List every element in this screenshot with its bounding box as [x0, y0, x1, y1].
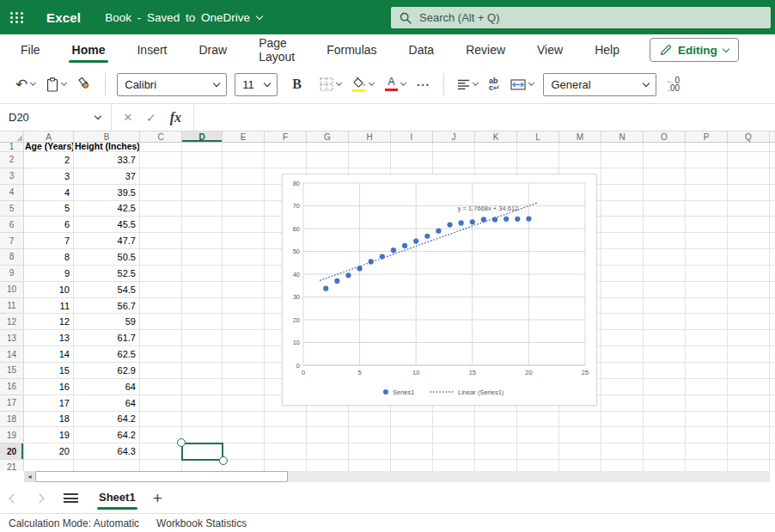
cell-A16[interactable]: 16: [24, 379, 74, 395]
cell-Q2[interactable]: [728, 152, 770, 168]
cell-A8[interactable]: 8: [24, 249, 74, 266]
chevron-down-icon[interactable]: [528, 80, 534, 86]
cell-J21[interactable]: [433, 460, 475, 471]
calculation-mode-button[interactable]: Calculation Mode: Automatic: [0, 514, 148, 532]
cell-x2[interactable]: [770, 152, 775, 168]
confirm-icon[interactable]: ✓: [146, 111, 156, 125]
column-header-E[interactable]: E: [223, 131, 265, 143]
cell-F1[interactable]: [265, 143, 307, 152]
column-header-L[interactable]: L: [517, 131, 559, 143]
cell-Q7[interactable]: [728, 233, 770, 249]
cell-C4[interactable]: [140, 185, 182, 201]
column-header-H[interactable]: H: [349, 131, 391, 143]
cell-C8[interactable]: [140, 249, 182, 266]
cell-N18[interactable]: [601, 412, 644, 428]
cell-E3[interactable]: [223, 168, 265, 185]
cell-x19[interactable]: [770, 427, 775, 443]
cell-P4[interactable]: [686, 185, 728, 201]
cell-D11[interactable]: [182, 298, 223, 315]
tab-help[interactable]: Help: [593, 34, 621, 65]
cell-K21[interactable]: [475, 460, 517, 471]
row-header-15[interactable]: 15: [0, 363, 24, 379]
cell-F18[interactable]: [265, 412, 307, 428]
row-header-1[interactable]: 1: [0, 143, 24, 152]
row-header-16[interactable]: 16: [0, 379, 24, 395]
cell-P6[interactable]: [686, 217, 728, 233]
cell-C12[interactable]: [140, 314, 182, 330]
cell-N16[interactable]: [601, 379, 644, 395]
tab-draw[interactable]: Draw: [197, 34, 229, 65]
fill-color-button[interactable]: [351, 74, 375, 95]
cell-x8[interactable]: [770, 249, 775, 266]
cell-J2[interactable]: [433, 152, 475, 168]
cell-A4[interactable]: 4: [24, 185, 74, 201]
cell-O2[interactable]: [644, 152, 686, 168]
cell-C18[interactable]: [140, 412, 182, 428]
cell-P5[interactable]: [686, 201, 728, 217]
row-header-14[interactable]: 14: [0, 346, 24, 363]
cell-O1[interactable]: [644, 143, 686, 152]
cell-P19[interactable]: [686, 427, 728, 443]
cell-O8[interactable]: [644, 249, 686, 266]
cell-B10[interactable]: 54.5: [74, 282, 140, 298]
cell-P15[interactable]: [686, 363, 728, 379]
cell-C6[interactable]: [140, 217, 182, 233]
cell-L1[interactable]: [517, 143, 559, 152]
cell-P17[interactable]: [686, 395, 728, 412]
row-header-20[interactable]: 20: [0, 443, 24, 460]
cell-K1[interactable]: [475, 143, 517, 152]
column-header-overflow[interactable]: [770, 131, 775, 143]
cell-P9[interactable]: [686, 266, 728, 282]
cell-N2[interactable]: [601, 152, 644, 168]
merge-cells-button[interactable]: [509, 76, 535, 93]
row-header-6[interactable]: 6: [0, 217, 24, 233]
cell-N20[interactable]: [601, 443, 644, 460]
cell-O6[interactable]: [644, 217, 686, 233]
cell-Q14[interactable]: [728, 346, 770, 363]
cell-E18[interactable]: [223, 412, 265, 428]
scroll-left-icon[interactable]: ◄: [24, 471, 35, 482]
cell-C15[interactable]: [140, 363, 182, 379]
cell-G19[interactable]: [307, 427, 349, 443]
row-header-17[interactable]: 17: [0, 395, 24, 412]
cell-D17[interactable]: [182, 395, 223, 412]
cell-P21[interactable]: [686, 460, 728, 471]
cell-O3[interactable]: [644, 168, 686, 185]
cell-O9[interactable]: [644, 266, 686, 282]
cell-A18[interactable]: 18: [24, 412, 74, 428]
cell-O7[interactable]: [644, 233, 686, 249]
cell-D7[interactable]: [182, 233, 223, 249]
embedded-chart[interactable]: 010203040506070800510152025y = 1.7668x +…: [282, 174, 597, 406]
cell-Q19[interactable]: [728, 427, 770, 443]
app-launcher-icon[interactable]: [0, 0, 34, 34]
cell-E8[interactable]: [223, 249, 265, 266]
row-header-18[interactable]: 18: [0, 412, 24, 428]
cell-H2[interactable]: [349, 152, 391, 168]
cell-H21[interactable]: [349, 460, 391, 471]
cell-B18[interactable]: 64.2: [74, 412, 140, 428]
cell-C19[interactable]: [140, 427, 182, 443]
cell-O4[interactable]: [644, 185, 686, 201]
cell-Q9[interactable]: [728, 266, 770, 282]
cell-O21[interactable]: [644, 460, 686, 471]
cell-J18[interactable]: [433, 412, 475, 428]
cell-D21[interactable]: [182, 460, 223, 471]
cell-C3[interactable]: [140, 168, 182, 185]
row-header-13[interactable]: 13: [0, 330, 24, 346]
cell-Q1[interactable]: [728, 143, 770, 152]
cell-N10[interactable]: [601, 282, 644, 298]
active-cell-selection[interactable]: [181, 443, 223, 461]
row-header-7[interactable]: 7: [0, 233, 24, 249]
cell-D9[interactable]: [182, 266, 223, 282]
cell-A11[interactable]: 11: [24, 298, 74, 315]
cell-N5[interactable]: [601, 201, 644, 217]
cell-Q10[interactable]: [728, 282, 770, 298]
cell-x14[interactable]: [770, 346, 775, 363]
chevron-down-icon[interactable]: [400, 80, 406, 86]
cell-P13[interactable]: [686, 330, 728, 346]
cell-I19[interactable]: [391, 427, 433, 443]
cell-O14[interactable]: [644, 346, 686, 363]
font-name-select[interactable]: Calibri: [117, 73, 227, 96]
cell-N12[interactable]: [601, 314, 644, 330]
cell-G2[interactable]: [307, 152, 349, 168]
